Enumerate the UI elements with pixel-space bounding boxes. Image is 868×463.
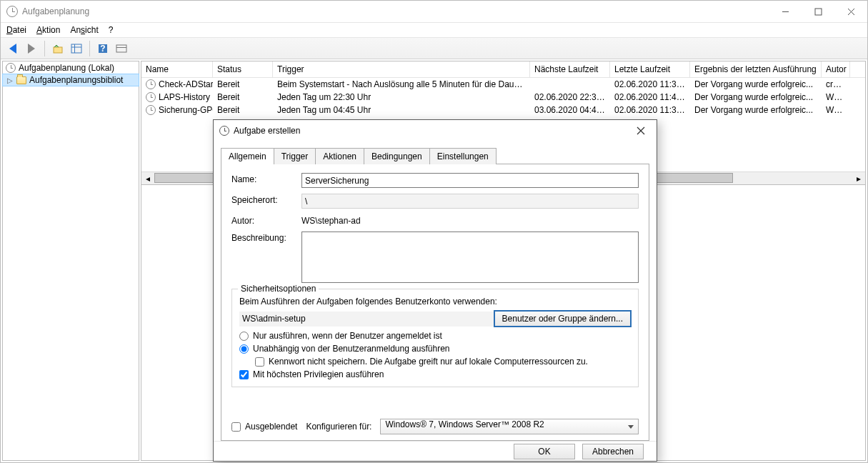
row-next xyxy=(530,78,610,91)
tree-pane[interactable]: Aufgabenplanung (Lokal) ▷ Aufgabenplanun… xyxy=(2,61,139,461)
menu-aktion[interactable]: Aktion xyxy=(36,25,60,35)
cancel-button[interactable]: Abbrechen xyxy=(582,444,644,459)
dialog-titlebar[interactable]: Aufgabe erstellen xyxy=(214,120,657,141)
window-title: Aufgabenplanung xyxy=(22,6,89,16)
table-row[interactable]: Sicherung-GPOBereitJeden Tag um 04:45 Uh… xyxy=(141,104,865,116)
check-highest-priv-label: Mit höchsten Privilegien ausführen xyxy=(253,369,384,379)
col-last[interactable]: Letzte Laufzeit xyxy=(610,61,690,77)
radio-run-always[interactable] xyxy=(239,344,249,354)
tab-einstellungen[interactable]: Einstellungen xyxy=(429,148,497,164)
check-hidden[interactable] xyxy=(231,422,241,432)
menubar: Datei Aktion Ansicht ? xyxy=(1,23,867,38)
configure-for-label: Konfigurieren für: xyxy=(306,422,371,432)
security-legend: Sicherheitsoptionen xyxy=(238,284,319,294)
up-button[interactable] xyxy=(50,41,66,56)
row-trigger: Beim Systemstart - Nach Auslösung alle 5… xyxy=(273,78,530,91)
location-label: Speicherort: xyxy=(231,194,301,205)
description-input[interactable] xyxy=(301,231,639,283)
dialog-buttons: OK Abbrechen xyxy=(214,441,657,461)
row-next: 02.06.2020 22:30:00 xyxy=(530,91,610,104)
check-highest-priv[interactable] xyxy=(239,370,249,379)
scroll-left-button[interactable]: ◂ xyxy=(141,172,154,184)
svg-rect-5 xyxy=(71,44,81,53)
col-status[interactable]: Status xyxy=(213,61,273,77)
dialog-title: Aufgabe erstellen xyxy=(234,126,300,136)
clock-icon xyxy=(146,79,156,89)
tab-trigger[interactable]: Trigger xyxy=(274,148,316,164)
row-status: Bereit xyxy=(213,104,273,116)
tab-bedingungen[interactable]: Bedingungen xyxy=(364,148,430,164)
row-result: Der Vorgang wurde erfolgreic... xyxy=(690,104,822,116)
row-status: Bereit xyxy=(213,91,273,104)
col-name[interactable]: Name xyxy=(141,61,213,77)
tab-panel-allgemein: Name: Speicherort: Autor: WS\stephan-ad … xyxy=(221,164,649,441)
svg-rect-4 xyxy=(54,47,62,53)
row-name: Sicherung-GPO xyxy=(159,105,213,115)
row-last: 02.06.2020 11:37:19 xyxy=(610,78,690,91)
svg-rect-1 xyxy=(815,9,822,15)
table-row[interactable]: LAPS-HistoryBereitJeden Tag um 22:30 Uhr… xyxy=(141,91,865,104)
close-button[interactable] xyxy=(834,1,867,23)
check-no-password[interactable] xyxy=(255,357,264,367)
row-last: 02.06.2020 11:39:44 xyxy=(610,104,690,116)
svg-rect-10 xyxy=(116,45,126,52)
security-options-group: Sicherheitsoptionen Beim Ausführen der A… xyxy=(231,289,639,387)
table-row[interactable]: Check-ADStartBereitBeim Systemstart - Na… xyxy=(141,78,865,91)
change-user-button[interactable]: Benutzer oder Gruppe ändern... xyxy=(494,311,631,327)
tree-library-label: Aufgabenplanungsbibliot xyxy=(29,75,123,85)
radio-run-always-label: Unabhängig von der Benutzeranmeldung aus… xyxy=(253,344,450,354)
back-button[interactable] xyxy=(5,41,21,56)
svg-text:?: ? xyxy=(100,44,105,54)
configure-for-select[interactable]: Windows® 7, Windows Server™ 2008 R2 xyxy=(380,419,639,434)
menu-ansicht[interactable]: Ansicht xyxy=(70,25,98,35)
row-author: WS\sy xyxy=(822,91,850,104)
row-next: 03.06.2020 04:45:00 xyxy=(530,104,610,116)
menu-help[interactable]: ? xyxy=(109,25,114,35)
table-header[interactable]: Name Status Trigger Nächste Laufzeit Let… xyxy=(141,61,865,78)
location-value xyxy=(301,194,639,209)
row-trigger: Jeden Tag um 04:45 Uhr xyxy=(273,104,530,116)
row-name: Check-ADStart xyxy=(159,79,213,89)
row-name: LAPS-History xyxy=(159,92,210,102)
description-label: Beschreibung: xyxy=(231,231,301,243)
account-label: Beim Ausführen der Aufgaben folgendes Be… xyxy=(239,297,631,307)
col-next[interactable]: Nächste Laufzeit xyxy=(530,61,610,77)
radio-run-loggedon[interactable] xyxy=(239,332,249,341)
account-value xyxy=(239,312,494,327)
author-label: Autor: xyxy=(231,214,301,226)
forward-button[interactable] xyxy=(24,41,39,56)
settings-button[interactable] xyxy=(114,41,129,56)
minimize-button[interactable] xyxy=(769,1,802,23)
name-label: Name: xyxy=(231,173,301,184)
name-input[interactable] xyxy=(301,173,639,188)
ok-button[interactable]: OK xyxy=(514,444,575,459)
clock-icon xyxy=(146,105,156,115)
row-status: Bereit xyxy=(213,78,273,91)
expand-icon[interactable]: ▷ xyxy=(6,76,14,84)
dialog-close-button[interactable] xyxy=(625,120,657,141)
clock-icon xyxy=(6,6,18,17)
titlebar[interactable]: Aufgabenplanung xyxy=(1,1,867,23)
radio-run-loggedon-label: Nur ausführen, wenn der Benutzer angemel… xyxy=(253,331,442,341)
row-author: WS\sy xyxy=(822,104,850,116)
clock-icon xyxy=(6,63,16,73)
panes-button[interactable] xyxy=(69,41,84,56)
col-author[interactable]: Autor xyxy=(822,61,850,77)
tab-allgemein[interactable]: Allgemein xyxy=(221,148,274,164)
row-result: Der Vorgang wurde erfolgreic... xyxy=(690,78,822,91)
help-button[interactable]: ? xyxy=(95,41,111,56)
maximize-button[interactable] xyxy=(802,1,834,23)
tab-aktionen[interactable]: Aktionen xyxy=(315,148,364,164)
clock-icon xyxy=(146,92,156,102)
scroll-right-button[interactable]: ▸ xyxy=(852,172,865,184)
row-author: crashw xyxy=(822,78,850,91)
col-trigger[interactable]: Trigger xyxy=(273,61,530,77)
menu-datei[interactable]: Datei xyxy=(6,25,26,35)
tree-library[interactable]: ▷ Aufgabenplanungsbibliot xyxy=(2,74,139,86)
col-result[interactable]: Ergebnis der letzten Ausführung xyxy=(690,61,822,77)
check-no-password-label: Kennwort nicht speichern. Die Aufgabe gr… xyxy=(269,357,588,367)
dialog-tabs: Allgemein Trigger Aktionen Bedingungen E… xyxy=(221,147,649,164)
clock-icon xyxy=(219,126,229,136)
tree-root[interactable]: Aufgabenplanung (Lokal) xyxy=(3,61,139,74)
toolbar: ? xyxy=(1,38,867,59)
